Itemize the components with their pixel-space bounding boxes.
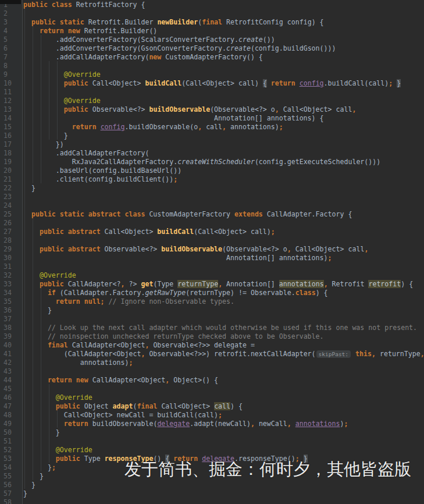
line-number[interactable]: 34 xyxy=(0,289,22,297)
line-number[interactable]: 6 xyxy=(0,44,22,53)
code-line[interactable] xyxy=(23,219,424,228)
code-line[interactable]: @Override xyxy=(23,97,424,105)
line-number[interactable]: 27 xyxy=(0,228,22,236)
line-number[interactable]: 43 xyxy=(0,367,22,376)
line-number[interactable]: 42 xyxy=(0,359,22,367)
code-line[interactable]: return new Retrofit.Builder() xyxy=(23,27,424,36)
line-number[interactable]: 9 xyxy=(0,70,22,79)
line-number[interactable]: 12 xyxy=(0,97,22,105)
code-line[interactable]: public class RetrofitFactory { xyxy=(23,1,424,9)
code-line[interactable]: return new CallAdapter<Object, Object>()… xyxy=(23,376,424,385)
code-line[interactable]: } xyxy=(23,489,424,498)
line-number[interactable]: 22 xyxy=(0,184,22,193)
code-line[interactable]: Annotation[] annotations) { xyxy=(23,114,424,123)
line-number[interactable]: 3 xyxy=(0,18,22,27)
code-line[interactable]: @Override xyxy=(23,446,424,455)
code-line[interactable]: public Observable<?> buildObservable(Obs… xyxy=(23,105,424,114)
line-number[interactable]: 52 xyxy=(0,446,22,455)
code-line[interactable]: } xyxy=(23,481,424,489)
code-line[interactable]: .baseUrl(config.buildBaseUrl()) xyxy=(23,166,424,175)
line-number[interactable]: 8 xyxy=(0,62,22,70)
line-number[interactable]: 7 xyxy=(0,53,22,62)
editor-gutter[interactable]: 1234567891011121314151617181920212223242… xyxy=(0,0,23,504)
code-line[interactable]: @Override xyxy=(23,393,424,402)
line-number[interactable]: 29 xyxy=(0,245,22,254)
code-area[interactable]: public class RetrofitFactory { public st… xyxy=(23,1,424,504)
code-line[interactable]: .addCallAdapterFactory(new CustomAdapter… xyxy=(23,53,424,62)
code-line[interactable]: } xyxy=(23,428,424,437)
code-line[interactable] xyxy=(23,193,424,201)
code-line[interactable] xyxy=(23,9,424,18)
code-line[interactable] xyxy=(23,201,424,210)
code-line[interactable]: (CallAdapter<Object, Observable<?>>) ret… xyxy=(23,350,424,359)
line-number[interactable]: 31 xyxy=(0,262,22,271)
line-number[interactable]: 33 xyxy=(0,280,22,289)
line-number[interactable]: 57 xyxy=(0,489,22,498)
code-line[interactable]: } xyxy=(23,306,424,315)
code-line[interactable] xyxy=(23,367,424,376)
code-line[interactable]: @Override xyxy=(23,70,424,79)
line-number[interactable]: 40 xyxy=(0,341,22,350)
line-number[interactable]: 45 xyxy=(0,385,22,393)
line-number[interactable]: 38 xyxy=(0,324,22,332)
line-number[interactable]: 47 xyxy=(0,402,22,411)
code-line[interactable]: final CallAdapter<Object, Observable<?>>… xyxy=(23,341,424,350)
code-line[interactable]: Call<Object> newCall = buildCall(call); xyxy=(23,411,424,420)
code-line[interactable]: .client(config.buildClient()); xyxy=(23,175,424,184)
line-number[interactable]: 53 xyxy=(0,455,22,463)
code-line[interactable]: return buildObservable(delegate.adapt(ne… xyxy=(23,420,424,428)
line-number[interactable]: 14 xyxy=(0,114,22,123)
code-line[interactable]: RxJava2CallAdapterFactory.createWithSche… xyxy=(23,158,424,166)
code-line[interactable] xyxy=(23,262,424,271)
line-number[interactable]: 41 xyxy=(0,350,22,359)
code-line[interactable]: } xyxy=(23,132,424,140)
line-number[interactable]: 4 xyxy=(0,27,22,36)
line-number[interactable]: 39 xyxy=(0,332,22,341)
line-number[interactable]: 2 xyxy=(0,9,22,18)
line-number[interactable]: 46 xyxy=(0,393,22,402)
code-line[interactable] xyxy=(23,385,424,393)
line-number[interactable]: 26 xyxy=(0,219,22,228)
line-number[interactable]: 21 xyxy=(0,175,22,184)
line-number[interactable]: 24 xyxy=(0,201,22,210)
line-number[interactable]: 28 xyxy=(0,236,22,245)
code-line[interactable]: Annotation[] annotations); xyxy=(23,254,424,262)
code-line[interactable]: public abstract Observable<?> buildObser… xyxy=(23,245,424,254)
line-number[interactable]: 16 xyxy=(0,132,22,140)
code-line[interactable] xyxy=(23,88,424,97)
line-number[interactable]: 17 xyxy=(0,140,22,149)
line-number[interactable]: 11 xyxy=(0,88,22,97)
code-line[interactable]: public CallAdapter<?, ?> get(Type return… xyxy=(23,280,424,289)
line-number[interactable]: 15 xyxy=(0,123,22,132)
code-line[interactable] xyxy=(23,315,424,324)
code-line[interactable]: return null; // Ignore non-Observable ty… xyxy=(23,297,424,306)
line-number[interactable]: 49 xyxy=(0,420,22,428)
code-line[interactable]: public Call<Object> buildCall(Call<Objec… xyxy=(23,79,424,88)
line-number[interactable]: 25 xyxy=(0,210,22,219)
code-line[interactable]: public static Retrofit.Builder newBuilde… xyxy=(23,18,424,27)
line-number[interactable]: 20 xyxy=(0,166,22,175)
code-line[interactable] xyxy=(23,498,424,504)
line-number[interactable]: 51 xyxy=(0,437,22,446)
code-line[interactable]: public Object adapt(final Call<Object> c… xyxy=(23,402,424,411)
line-number[interactable]: 58 xyxy=(0,498,22,504)
line-number[interactable]: 48 xyxy=(0,411,22,420)
line-number[interactable]: 55 xyxy=(0,472,22,481)
line-number[interactable]: 44 xyxy=(0,376,22,385)
line-number[interactable]: 19 xyxy=(0,158,22,166)
line-number[interactable]: 32 xyxy=(0,271,22,280)
line-number[interactable]: 18 xyxy=(0,149,22,158)
code-line[interactable]: .addConverterFactory(ScalarsConverterFac… xyxy=(23,36,424,44)
code-line[interactable]: @Override xyxy=(23,271,424,280)
line-number[interactable]: 50 xyxy=(0,428,22,437)
line-number[interactable]: 13 xyxy=(0,105,22,114)
line-number[interactable]: 23 xyxy=(0,193,22,201)
line-number[interactable]: 10 xyxy=(0,79,22,88)
line-number[interactable]: 37 xyxy=(0,315,22,324)
code-line[interactable]: public abstract Call<Object> buildCall(C… xyxy=(23,228,424,236)
code-line[interactable] xyxy=(23,236,424,245)
code-line[interactable]: // noinspection unchecked returnType che… xyxy=(23,332,424,341)
code-line[interactable] xyxy=(23,62,424,70)
line-number[interactable]: 30 xyxy=(0,254,22,262)
line-number[interactable]: 36 xyxy=(0,306,22,315)
